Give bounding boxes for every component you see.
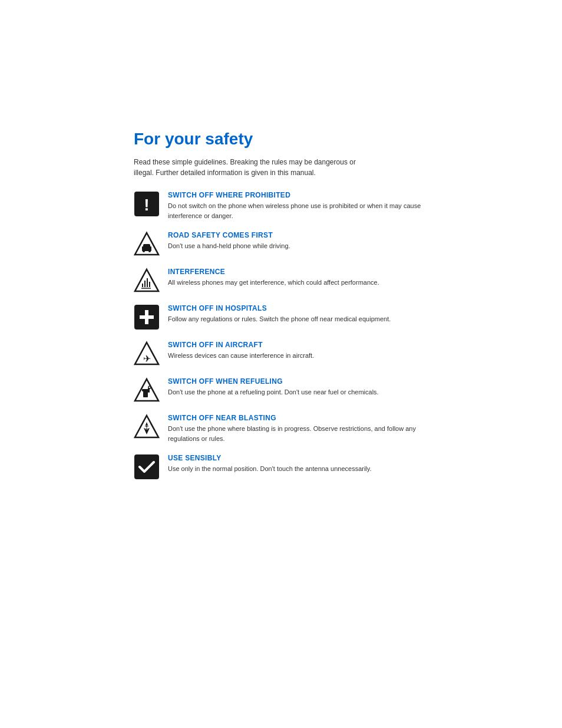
svg-marker-2: [135, 233, 158, 255]
item-desc-switch-off-aircraft: Wireless devices can cause interference …: [168, 351, 428, 361]
intro-text: Read these simple guidelines. Breaking t…: [134, 157, 369, 178]
svg-point-6: [148, 250, 151, 252]
safety-item-use-sensibly: USE SENSIBLY Use only in the normal posi…: [134, 454, 428, 480]
item-desc-road-safety: Don't use a hand-held phone while drivin…: [168, 241, 428, 251]
plane-triangle-icon: ✈: [134, 341, 160, 367]
signal-triangle-icon: [134, 268, 160, 294]
safety-item-road-safety: ROAD SAFETY COMES FIRST Don't use a hand…: [134, 231, 428, 257]
item-title-switch-off-hospitals: SWITCH OFF IN HOSPITALS: [168, 304, 428, 312]
svg-text:✈: ✈: [143, 354, 151, 364]
item-text-use-sensibly: USE SENSIBLY Use only in the normal posi…: [168, 454, 428, 474]
item-title-switch-off-refueling: SWITCH OFF WHEN REFUELING: [168, 377, 428, 386]
svg-point-5: [143, 250, 145, 252]
item-desc-switch-off-refueling: Don't use the phone at a refueling point…: [168, 387, 428, 397]
car-triangle-icon: [134, 231, 160, 257]
checkmark-square-icon: [134, 454, 160, 480]
item-text-road-safety: ROAD SAFETY COMES FIRST Don't use a hand…: [168, 231, 428, 251]
safety-item-switch-off-refueling: SWITCH OFF WHEN REFUELING Don't use the …: [134, 377, 428, 403]
safety-item-switch-off-hospitals: SWITCH OFF IN HOSPITALS Follow any regul…: [134, 304, 428, 330]
item-title-interference: INTERFERENCE: [168, 268, 428, 276]
item-text-interference: INTERFERENCE All wireless phones may get…: [168, 268, 428, 288]
exclamation-square-icon: !: [134, 191, 160, 217]
item-title-switch-off-aircraft: SWITCH OFF IN AIRCRAFT: [168, 341, 428, 349]
svg-rect-4: [143, 244, 150, 248]
item-text-switch-off-hospitals: SWITCH OFF IN HOSPITALS Follow any regul…: [168, 304, 428, 324]
item-title-switch-off-prohibited: SWITCH OFF WHERE PROHIBITED: [168, 191, 428, 199]
safety-item-switch-off-aircraft: ✈ SWITCH OFF IN AIRCRAFT Wireless device…: [134, 341, 428, 367]
fuel-triangle-icon: [134, 377, 160, 403]
safety-items-container: ! SWITCH OFF WHERE PROHIBITED Do not swi…: [134, 191, 428, 480]
svg-rect-15: [140, 315, 154, 319]
svg-rect-25: [134, 454, 159, 479]
safety-item-interference: INTERFERENCE All wireless phones may get…: [134, 268, 428, 294]
page-content: For your safety Read these simple guidel…: [134, 130, 428, 728]
item-title-switch-off-blasting: SWITCH OFF NEAR BLASTING: [168, 414, 428, 422]
item-title-use-sensibly: USE SENSIBLY: [168, 454, 428, 462]
item-text-switch-off-blasting: SWITCH OFF NEAR BLASTING Don't use the p…: [168, 414, 428, 443]
item-desc-use-sensibly: Use only in the normal position. Don't t…: [168, 464, 428, 474]
safety-item-switch-off-blasting: SWITCH OFF NEAR BLASTING Don't use the p…: [134, 414, 428, 443]
item-text-switch-off-prohibited: SWITCH OFF WHERE PROHIBITED Do not switc…: [168, 191, 428, 220]
item-title-road-safety: ROAD SAFETY COMES FIRST: [168, 231, 428, 239]
safety-item-switch-off-prohibited: ! SWITCH OFF WHERE PROHIBITED Do not swi…: [134, 191, 428, 220]
item-desc-interference: All wireless phones may get interference…: [168, 278, 428, 288]
item-desc-switch-off-hospitals: Follow any regulations or rules. Switch …: [168, 314, 428, 324]
blast-triangle-icon: [134, 414, 160, 440]
item-text-switch-off-refueling: SWITCH OFF WHEN REFUELING Don't use the …: [168, 377, 428, 397]
item-desc-switch-off-blasting: Don't use the phone where blasting is in…: [168, 424, 428, 443]
item-text-switch-off-aircraft: SWITCH OFF IN AIRCRAFT Wireless devices …: [168, 341, 428, 361]
svg-text:!: !: [144, 196, 149, 214]
page-title: For your safety: [134, 130, 428, 149]
cross-square-icon: [134, 304, 160, 330]
item-desc-switch-off-prohibited: Do not switch on the phone when wireless…: [168, 201, 428, 220]
